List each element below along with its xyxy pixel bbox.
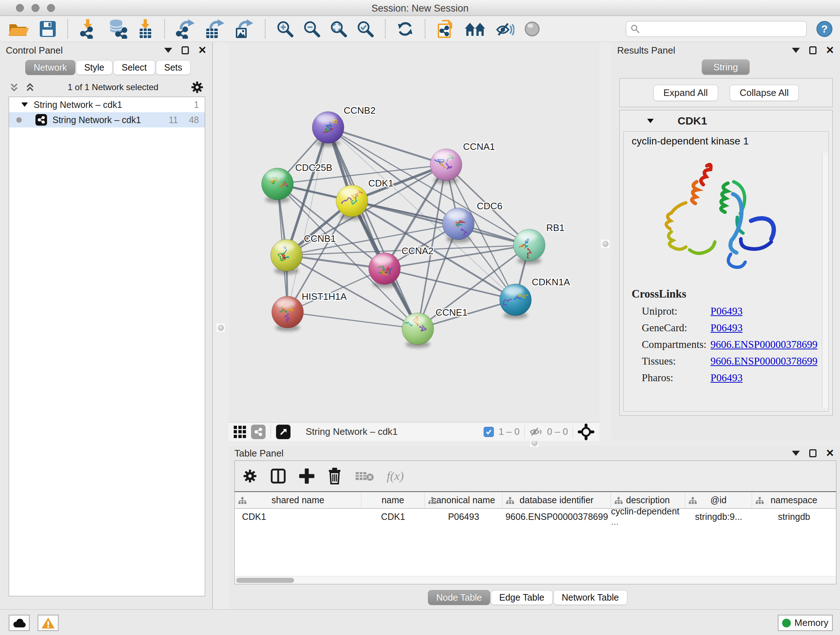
tab-network-table[interactable]: Network Table bbox=[554, 590, 627, 605]
network-row-selected[interactable]: String Network – cdk1 11 48 bbox=[9, 112, 205, 127]
view-grid-icon[interactable] bbox=[234, 426, 246, 438]
crosslink-link[interactable]: P06493 bbox=[711, 322, 743, 334]
search-input[interactable] bbox=[643, 24, 802, 34]
tab-network[interactable]: Network bbox=[25, 60, 75, 75]
table-hscrollbar-thumb[interactable] bbox=[236, 578, 294, 583]
table-cell[interactable]: stringdb:9... bbox=[685, 509, 752, 524]
import-table-icon[interactable] bbox=[137, 19, 153, 39]
hide-panel-eye-icon[interactable] bbox=[495, 21, 515, 37]
table-settings-gear-icon[interactable] bbox=[243, 469, 257, 483]
column-header-shared-name[interactable]: shared name bbox=[235, 492, 362, 508]
column-header-name[interactable]: name bbox=[362, 492, 425, 508]
column-header--id[interactable]: @id bbox=[685, 492, 752, 508]
table-panel-close-icon[interactable]: ✕ bbox=[826, 448, 834, 458]
tab-sets[interactable]: Sets bbox=[156, 60, 191, 75]
detach-view-icon[interactable] bbox=[276, 424, 291, 439]
tab-node-table[interactable]: Node Table bbox=[428, 590, 490, 605]
network-node-CCNB1[interactable] bbox=[271, 239, 302, 274]
control-panel-close-icon[interactable]: ✕ bbox=[198, 45, 207, 55]
import-network-icon[interactable] bbox=[79, 19, 98, 39]
network-node-RB1[interactable] bbox=[513, 229, 545, 264]
search-field[interactable] bbox=[626, 21, 807, 37]
table-cell[interactable]: stringdb bbox=[752, 509, 836, 524]
left-splitter[interactable] bbox=[213, 42, 229, 609]
results-panel: Results Panel ✕ String Expand All Collap… bbox=[611, 42, 840, 440]
tab-select[interactable]: Select bbox=[113, 60, 155, 75]
network-node-CDKN1A[interactable] bbox=[500, 284, 531, 319]
zoom-selected-icon[interactable] bbox=[357, 20, 374, 38]
current-network-dot bbox=[16, 117, 22, 123]
view-network-icon[interactable] bbox=[251, 424, 265, 439]
crosslink-row: Uniprot:P06493 bbox=[642, 305, 829, 317]
network-node-CCNA1[interactable] bbox=[430, 149, 462, 184]
table-cell[interactable]: P06493 bbox=[425, 509, 502, 524]
collapse-all-button[interactable]: Collapse All bbox=[729, 85, 799, 101]
control-panel-menu-icon[interactable] bbox=[164, 48, 172, 53]
table-cell[interactable]: CDK1 bbox=[362, 509, 425, 524]
right-splitter[interactable] bbox=[600, 42, 611, 440]
gene-section-header[interactable]: CDK1 bbox=[620, 111, 832, 131]
crosslinks-list: Uniprot:P06493GeneCard:P06493Compartment… bbox=[632, 305, 829, 384]
network-collection-row[interactable]: String Network – cdk1 1 bbox=[9, 97, 205, 112]
column-header-namespace[interactable]: namespace bbox=[752, 492, 836, 508]
cloud-status-button[interactable] bbox=[9, 615, 30, 631]
selected-nodes-checkbox[interactable] bbox=[484, 427, 494, 437]
memory-button[interactable]: Memory bbox=[778, 615, 833, 631]
tab-string[interactable]: String bbox=[702, 59, 750, 74]
table-cell[interactable]: 9606.ENSP00000378699 bbox=[502, 509, 611, 524]
collection-expand-icon[interactable] bbox=[21, 103, 28, 107]
network-options-gear-icon[interactable] bbox=[191, 81, 204, 94]
table-hscrollbar[interactable] bbox=[235, 576, 836, 584]
network-node-HIST1H1A[interactable] bbox=[272, 296, 303, 331]
homes-icon[interactable] bbox=[464, 21, 485, 37]
import-database-icon[interactable] bbox=[107, 19, 128, 39]
expand-all-button[interactable]: Expand All bbox=[653, 85, 718, 101]
duplicate-network-icon[interactable] bbox=[436, 19, 455, 39]
tab-style[interactable]: Style bbox=[76, 60, 113, 75]
tab-edge-table[interactable]: Edge Table bbox=[491, 590, 553, 605]
zoom-out-icon[interactable] bbox=[303, 20, 321, 38]
column-header-description[interactable]: description bbox=[611, 492, 685, 508]
protein-structure-image bbox=[643, 157, 787, 285]
fit-selected-crosshair-icon[interactable] bbox=[578, 424, 594, 440]
column-header-canonical-name[interactable]: canonical name bbox=[425, 492, 502, 508]
table-panel-menu-icon[interactable] bbox=[792, 451, 800, 456]
crosslink-link[interactable]: P06493 bbox=[711, 372, 743, 384]
memory-status-dot bbox=[782, 619, 791, 627]
refresh-icon[interactable] bbox=[396, 20, 414, 38]
export-table-icon[interactable] bbox=[205, 19, 225, 39]
show-columns-icon[interactable] bbox=[270, 468, 286, 484]
results-panel-float-icon[interactable] bbox=[809, 46, 816, 54]
eye-sphere-icon[interactable] bbox=[524, 21, 540, 37]
delete-column-icon[interactable] bbox=[327, 468, 342, 485]
column-header-database-identifier[interactable]: database identifier bbox=[502, 492, 611, 508]
expand-all-icon[interactable] bbox=[25, 82, 35, 93]
collapse-all-icon[interactable] bbox=[9, 82, 19, 93]
save-session-button[interactable] bbox=[39, 20, 57, 38]
results-panel-menu-icon[interactable] bbox=[792, 48, 800, 53]
network-node-CCNB2[interactable] bbox=[312, 111, 344, 147]
table-row[interactable]: CDK1CDK1P064939606.ENSP00000378699cyclin… bbox=[235, 509, 836, 524]
zoom-fit-icon[interactable] bbox=[330, 20, 347, 38]
gene-collapse-icon[interactable] bbox=[647, 119, 654, 123]
results-panel-close-icon[interactable]: ✕ bbox=[826, 45, 834, 55]
control-panel-float-icon[interactable] bbox=[182, 46, 189, 54]
export-image-icon[interactable] bbox=[234, 19, 254, 39]
open-session-button[interactable] bbox=[7, 20, 30, 38]
crosslink-link[interactable]: P06493 bbox=[711, 305, 743, 317]
table-cell[interactable]: CDK1 bbox=[235, 509, 362, 524]
help-button[interactable]: ? bbox=[816, 21, 833, 37]
zoom-in-icon[interactable] bbox=[276, 20, 294, 38]
results-scrollbar[interactable] bbox=[822, 153, 829, 408]
network-node-CDC25B[interactable] bbox=[262, 168, 294, 203]
node-label: CCNE1 bbox=[436, 307, 467, 318]
crosslink-link[interactable]: 9606.ENSP00000378699 bbox=[711, 339, 818, 350]
network-canvas[interactable]: CCNB2CCNA1CDC25BCDK1CDC6RB1CCNB1CCNA2CDK… bbox=[229, 42, 600, 421]
add-column-icon[interactable] bbox=[299, 469, 314, 484]
crosslink-link[interactable]: 9606.ENSP00000378699 bbox=[711, 355, 818, 367]
warnings-button[interactable] bbox=[38, 615, 58, 631]
table-panel-float-icon[interactable] bbox=[809, 449, 816, 457]
export-network-icon[interactable] bbox=[176, 19, 195, 39]
table-cell[interactable]: cyclin-dependent ... bbox=[611, 509, 685, 524]
network-node-CCNE1[interactable] bbox=[402, 313, 434, 348]
